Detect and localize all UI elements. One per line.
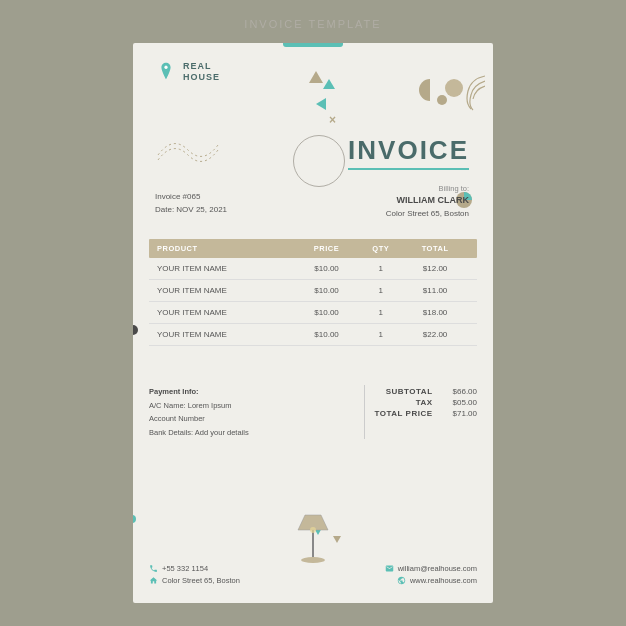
total-row: TOTAL PRICE $71.00 [375, 409, 477, 418]
dots-wave-decoration [153, 125, 233, 165]
tax-row: TAX $05.00 [416, 398, 477, 407]
footer-email: william@realhouse.com [385, 564, 477, 573]
row2-price: $10.00 [293, 286, 361, 295]
col-qty: QTY [360, 244, 401, 253]
invoice-heading: INVOICE [348, 135, 469, 170]
triangle-deco-1 [309, 71, 323, 83]
row4-qty: 1 [360, 330, 401, 339]
row4-product: YOUR ITEM NAME [157, 330, 293, 339]
invoice-meta: Invoice #065 Date: NOV 25, 2021 [155, 191, 227, 217]
total-value: $71.00 [453, 409, 477, 418]
table-row: YOUR ITEM NAME $10.00 1 $12.00 [149, 258, 477, 280]
total-label: TOTAL PRICE [375, 409, 433, 418]
row1-qty: 1 [360, 264, 401, 273]
home-icon [149, 576, 158, 585]
lamp-decoration [288, 510, 338, 565]
invoice-number: Invoice #065 [155, 191, 227, 204]
logo-text: REAL HOUSE [183, 61, 220, 83]
logo-icon [155, 61, 177, 83]
row4-price: $10.00 [293, 330, 361, 339]
row3-qty: 1 [360, 308, 401, 317]
table-row: YOUR ITEM NAME $10.00 1 $18.00 [149, 302, 477, 324]
row3-product: YOUR ITEM NAME [157, 308, 293, 317]
payment-line1: A/C Name: Lorem Ipsum [149, 399, 354, 413]
phone-icon [149, 564, 158, 573]
footer-phone: +55 332 1154 [149, 564, 240, 573]
row3-price: $10.00 [293, 308, 361, 317]
row2-total: $11.00 [401, 286, 469, 295]
payment-info: Payment Info: A/C Name: Lorem Ipsum Acco… [149, 385, 365, 439]
lines-right-decoration [463, 71, 485, 111]
col-price: PRICE [293, 244, 361, 253]
svg-point-5 [310, 527, 316, 533]
totals-section: SUBTOTAL $66.00 TAX $05.00 TOTAL PRICE $… [375, 385, 477, 439]
triangle-deco-left [316, 98, 326, 110]
row4-total: $22.00 [401, 330, 469, 339]
footer-website: www.realhouse.com [385, 576, 477, 585]
subtotal-value: $66.00 [453, 387, 477, 396]
footer-address-left: Color Street 65, Boston [149, 576, 240, 585]
subtotal-row: SUBTOTAL $66.00 [386, 387, 477, 396]
table-header: PRODUCT PRICE QTY TOTAL [149, 239, 477, 258]
invoice-title: INVOICE [348, 135, 469, 166]
top-bar-decoration [283, 43, 343, 47]
col-total: TOTAL [401, 244, 469, 253]
payment-label: Payment Info: [149, 385, 354, 399]
logo-area: REAL HOUSE [155, 61, 220, 83]
page-title: INVOICE TEMPLATE [244, 18, 381, 30]
x-decoration: × [329, 113, 336, 127]
tax-value: $05.00 [453, 398, 477, 407]
payment-line2: Account Number [149, 412, 354, 426]
svg-point-0 [165, 66, 168, 69]
row1-total: $12.00 [401, 264, 469, 273]
invoice-date: Date: NOV 25, 2021 [155, 204, 227, 217]
invoice-table: PRODUCT PRICE QTY TOTAL YOUR ITEM NAME $… [149, 239, 477, 346]
row1-price: $10.00 [293, 264, 361, 273]
invoice-footer: +55 332 1154 Color Street 65, Boston wil… [149, 564, 477, 585]
invoice-underline [348, 168, 469, 170]
invoice-summary: Payment Info: A/C Name: Lorem Ipsum Acco… [149, 385, 477, 439]
payment-line3: Bank Details: Add your details [149, 426, 354, 440]
triangle-deco-teal [323, 79, 335, 89]
billing-name: WILLIAM CLARK [386, 194, 469, 208]
globe-icon [397, 576, 406, 585]
email-icon [385, 564, 394, 573]
circle-tan-decoration [445, 79, 463, 97]
table-row: YOUR ITEM NAME $10.00 1 $11.00 [149, 280, 477, 302]
invoice-card: REAL HOUSE × INVOICE Invoice #065 Date: … [133, 43, 493, 603]
billing-address: Color Street 65, Boston [386, 208, 469, 220]
circle-small-decoration [437, 95, 447, 105]
billing-label: Billing to: [386, 183, 469, 194]
footer-right: william@realhouse.com www.realhouse.com [385, 564, 477, 585]
row2-product: YOUR ITEM NAME [157, 286, 293, 295]
row3-total: $18.00 [401, 308, 469, 317]
footer-left: +55 332 1154 Color Street 65, Boston [149, 564, 240, 585]
teal-dot-decoration [133, 515, 136, 523]
row1-product: YOUR ITEM NAME [157, 264, 293, 273]
table-row: YOUR ITEM NAME $10.00 1 $22.00 [149, 324, 477, 346]
subtotal-label: SUBTOTAL [386, 387, 433, 396]
svg-point-4 [301, 557, 325, 563]
billing-info: Billing to: WILLIAM CLARK Color Street 6… [386, 183, 469, 220]
col-product: PRODUCT [157, 244, 293, 253]
tax-label: TAX [416, 398, 433, 407]
dark-dot-decoration [133, 325, 138, 335]
circle-outline-decoration [293, 135, 345, 187]
row2-qty: 1 [360, 286, 401, 295]
